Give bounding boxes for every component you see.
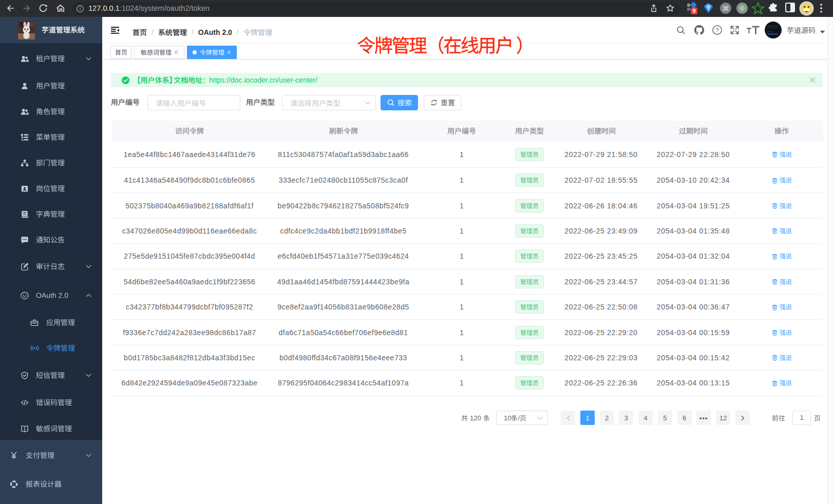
svg-text:⌘: ⌘ xyxy=(723,5,729,12)
svg-text:?: ? xyxy=(715,27,718,33)
svg-text:9: 9 xyxy=(692,8,695,14)
